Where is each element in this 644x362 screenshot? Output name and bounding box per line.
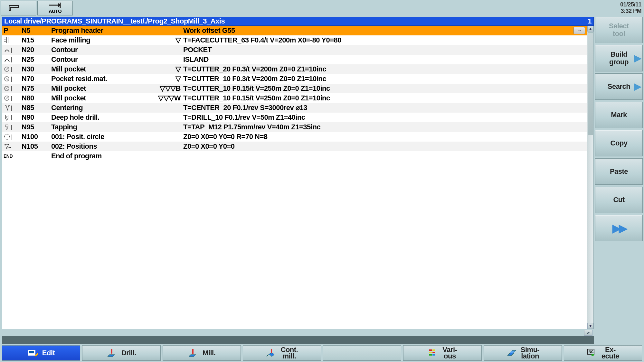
sequence-number: N105 bbox=[22, 142, 51, 151]
message-bar bbox=[2, 336, 594, 344]
program-line[interactable]: N80Mill pocket▽▽▽WT=CUTTER_10 F0.15/t V=… bbox=[2, 93, 587, 103]
softkey-label: Selecttool bbox=[609, 22, 629, 38]
sequence-number: N85 bbox=[22, 104, 51, 112]
softkey-label: Copy bbox=[611, 139, 628, 147]
hsoftkey-ex-ecute[interactable]: NCEx-ecute bbox=[564, 345, 642, 361]
hsoftkey-vari-ous[interactable]: Vari-ous bbox=[403, 345, 481, 361]
svg-text:NC: NC bbox=[589, 350, 593, 354]
line-icon bbox=[3, 85, 22, 92]
line-icon bbox=[3, 66, 22, 73]
program-line[interactable]: N25ContourISLAND bbox=[2, 55, 587, 64]
line-icon bbox=[3, 46, 22, 53]
mill-icon bbox=[188, 348, 199, 358]
program-line[interactable]: N95TappingT=TAP_M12 P1.75mm/rev V=40m Z1… bbox=[2, 122, 587, 132]
operation-symbol: ▽ bbox=[151, 65, 183, 73]
line-icon bbox=[3, 143, 22, 150]
program-line[interactable]: N30Mill pocket▽T=CUTTER_20 F0.3/t V=200m… bbox=[2, 64, 587, 74]
program-line[interactable]: N15Face milling▽T=FACECUTTER_63 F0.4/t V… bbox=[2, 35, 587, 45]
sequence-number: N90 bbox=[22, 113, 51, 122]
top-bar: AUTO 01/25/11 3:32 PM bbox=[0, 0, 644, 16]
program-line[interactable]: N75Mill pocket▽▽▽BT=CUTTER_10 F0.15/t V=… bbox=[2, 84, 587, 93]
hsoftkey-cont-mill-[interactable]: Cont.mill. bbox=[243, 345, 321, 361]
softkey-label: Cut bbox=[613, 196, 624, 204]
operation-name: Centering bbox=[51, 104, 151, 112]
hsoftkey-edit[interactable]: Edit bbox=[2, 345, 80, 361]
program-line[interactable]: N105002: PositionsZ0=0 X0=0 Y0=0 bbox=[2, 142, 587, 151]
hsoftkey-empty bbox=[323, 345, 401, 361]
exec-icon: NC bbox=[587, 348, 598, 358]
hscroll-row: ＞ bbox=[2, 329, 594, 336]
hsoftkey-mill-[interactable]: Mill. bbox=[163, 345, 241, 361]
scroll-up-button[interactable]: ▲ bbox=[587, 26, 593, 32]
sequence-number: N75 bbox=[22, 84, 51, 93]
return-icon bbox=[9, 4, 28, 13]
sequence-number: N5 bbox=[22, 26, 51, 35]
operation-params: T=CENTER_20 F0.1/rev S=3000rev ⌀13 bbox=[183, 104, 587, 112]
vsoftkey-cut[interactable]: Cut bbox=[595, 187, 643, 213]
softkey-label: Cont.mill. bbox=[281, 347, 298, 359]
auto-label: AUTO bbox=[49, 8, 62, 14]
time-text: 3:32 PM bbox=[620, 8, 641, 14]
program-line[interactable]: N100001: Posit. circleZ0=0 X0=0 Y0=0 R=7… bbox=[2, 132, 587, 142]
drill-icon bbox=[107, 348, 118, 358]
operation-name: Face milling bbox=[51, 36, 151, 44]
program-list[interactable]: PN5Program headerWork offset G55→N15Face… bbox=[2, 26, 587, 329]
program-line[interactable]: N70Pocket resid.mat.▽T=CUTTER_10 F0.3/t … bbox=[2, 74, 587, 84]
datetime: 01/25/11 3:32 PM bbox=[620, 1, 641, 14]
vertical-softkey-bar: SelecttoolBuildgroup▶Search▶MarkCopyPast… bbox=[594, 16, 644, 344]
svg-point-20 bbox=[4, 136, 5, 137]
program-line[interactable]: PN5Program headerWork offset G55→ bbox=[2, 26, 587, 35]
softkey-label: Drill. bbox=[121, 350, 136, 356]
operation-name: End of program bbox=[51, 152, 151, 160]
line-icon bbox=[3, 75, 22, 82]
vsoftkey-select-tool[interactable]: Selecttool bbox=[595, 17, 643, 43]
edit-icon bbox=[27, 348, 39, 358]
vertical-scrollbar[interactable]: ▲ ▼ bbox=[587, 26, 593, 329]
expand-line-button[interactable]: → bbox=[573, 27, 585, 34]
operation-name: Tapping bbox=[51, 123, 151, 131]
hsoftkey-drill-[interactable]: Drill. bbox=[82, 345, 160, 361]
svg-point-19 bbox=[7, 139, 8, 140]
sim-icon bbox=[506, 348, 517, 358]
machine-mode-icon[interactable] bbox=[1, 1, 36, 15]
operation-symbol: ▽ bbox=[151, 36, 183, 44]
program-line[interactable]: N20ContourPOCKET bbox=[2, 45, 587, 55]
operation-params: Z0=0 X0=0 Y0=0 bbox=[183, 142, 587, 151]
operation-params: POCKET bbox=[183, 46, 587, 54]
vsoftkey-forward[interactable]: ▶▶ bbox=[595, 215, 643, 241]
forward-icon: ▶▶ bbox=[612, 224, 625, 232]
svg-point-18 bbox=[9, 136, 10, 137]
date-text: 01/25/11 bbox=[620, 1, 641, 8]
program-area: PN5Program headerWork offset G55→N15Face… bbox=[2, 26, 594, 329]
operation-params: T=FACECUTTER_63 F0.4/t V=200m X0=-80 Y0=… bbox=[183, 36, 587, 44]
operation-name: Program header bbox=[51, 26, 151, 35]
vsoftkey-mark[interactable]: Mark bbox=[595, 102, 643, 128]
operation-name: Deep hole drill. bbox=[51, 113, 151, 122]
line-icon bbox=[3, 124, 22, 131]
vsoftkey-paste[interactable]: Paste bbox=[595, 158, 643, 185]
operation-params: T=CUTTER_10 F0.3/t V=200m Z0=0 Z1=10inc bbox=[183, 75, 587, 83]
line-icon bbox=[3, 95, 22, 102]
sequence-number: N80 bbox=[22, 94, 51, 102]
softkey-label: Edit bbox=[42, 350, 55, 356]
program-line[interactable]: ENDEnd of program bbox=[2, 151, 587, 161]
vsoftkey-search[interactable]: Search▶ bbox=[595, 73, 643, 100]
auto-mode-button[interactable]: AUTO bbox=[37, 1, 73, 15]
line-icon: END bbox=[3, 153, 22, 159]
svg-rect-33 bbox=[429, 349, 432, 351]
hsoftkey-simu-lation[interactable]: Simu-lation bbox=[484, 345, 562, 361]
operation-name: Contour bbox=[51, 46, 151, 54]
softkey-label: Search bbox=[608, 83, 630, 90]
scroll-right-button[interactable]: ＞ bbox=[584, 330, 592, 336]
scrollbar-thumb[interactable] bbox=[588, 32, 593, 135]
operation-name: 001: Posit. circle bbox=[51, 133, 151, 141]
sequence-number: N15 bbox=[22, 36, 51, 44]
sequence-number: N100 bbox=[22, 133, 51, 141]
vsoftkey-copy[interactable]: Copy bbox=[595, 130, 643, 156]
operation-params: T=CUTTER_10 F0.15/t V=250m Z0=0 Z1=10inc bbox=[183, 84, 587, 93]
program-line[interactable]: N90Deep hole drill.T=DRILL_10 F0.1/rev V… bbox=[2, 113, 587, 122]
program-line[interactable]: N85CenteringT=CENTER_20 F0.1/rev S=3000r… bbox=[2, 103, 587, 113]
scroll-down-button[interactable]: ▼ bbox=[587, 323, 593, 329]
operation-name: Contour bbox=[51, 55, 151, 64]
vsoftkey-build-group[interactable]: Buildgroup▶ bbox=[595, 45, 643, 71]
